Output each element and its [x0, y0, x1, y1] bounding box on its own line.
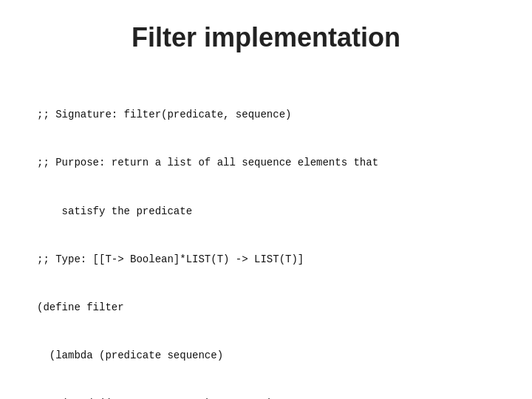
- slide-title: Filter implementation: [37, 22, 495, 53]
- code-line-6: (lambda (predicate sequence): [37, 348, 495, 364]
- code-line-7: (cond ((empty? sequence) sequence): [37, 396, 495, 399]
- code-line-1: ;; Signature: filter(predicate, sequence…: [37, 107, 495, 123]
- code-line-3: satisfy the predicate: [37, 204, 495, 220]
- code-line-5: (define filter: [37, 300, 495, 316]
- code-line-4: ;; Type: [[T-> Boolean]*LIST(T) -> LIST(…: [37, 252, 495, 268]
- code-block: ;; Signature: filter(predicate, sequence…: [37, 75, 495, 399]
- code-line-2: ;; Purpose: return a list of all sequenc…: [37, 155, 495, 171]
- slide-container: Filter implementation ;; Signature: filt…: [0, 0, 532, 399]
